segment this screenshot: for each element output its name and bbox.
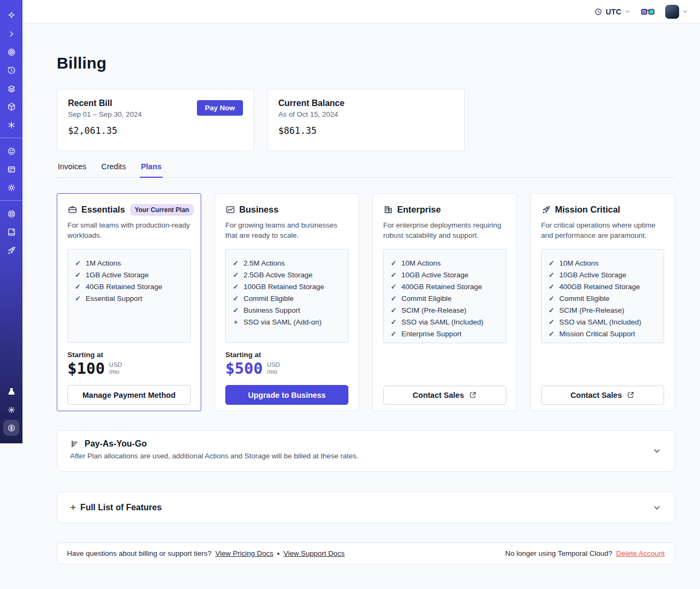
feature-label: 400GB Retained Storage — [559, 281, 640, 293]
avatar — [665, 5, 679, 19]
smiley-icon[interactable] — [0, 142, 22, 160]
summary-cards: Recent Bill Sep 01 – Sep 30, 2024 $2,061… — [57, 89, 675, 151]
feature-label: 2.5M Actions — [244, 258, 285, 269]
check-icon: ✓ — [232, 258, 239, 269]
external-link-icon — [627, 391, 635, 399]
sidebar — [0, 0, 22, 443]
paygo-title: Pay-As-You-Go — [85, 439, 147, 449]
price-block: Starting at $100 USD/mo — [67, 343, 191, 385]
pay-now-button[interactable]: Pay Now — [197, 100, 243, 116]
plan-name: Business — [239, 205, 278, 215]
view-support-docs-link[interactable]: View Support Docs — [283, 549, 345, 557]
check-icon: ✓ — [232, 281, 239, 293]
timer-icon[interactable] — [0, 61, 22, 79]
timezone-label: UTC — [606, 7, 621, 16]
price-block-empty — [541, 343, 664, 386]
check-icon: ✓ — [74, 293, 81, 305]
lifebuoy-icon[interactable] — [0, 205, 22, 223]
feature-list: ✓2.5M Actions ✓2.5GB Active Storage ✓100… — [225, 249, 348, 343]
feature-label: Enterprise Support — [401, 328, 462, 340]
browser-card-icon[interactable] — [0, 160, 22, 178]
tab-credits[interactable]: Credits — [100, 162, 127, 177]
sun-icon[interactable] — [0, 401, 22, 419]
full-features-title: Full List of Features — [80, 503, 162, 512]
timezone-selector[interactable]: UTC — [594, 7, 630, 16]
check-icon: ✓ — [390, 269, 397, 281]
flask-icon[interactable] — [0, 382, 22, 401]
cube-icon[interactable] — [0, 97, 22, 116]
plan-description: For critical operations where uptime and… — [541, 220, 664, 241]
temporal-logo-icon[interactable] — [0, 6, 22, 25]
plan-cards: Essentials Your Current Plan For small t… — [57, 193, 675, 411]
feature-row: +SSO via SAML (Add-on) — [232, 316, 341, 328]
check-icon: ✓ — [548, 293, 555, 305]
feature-label: Business Support — [244, 305, 300, 316]
feature-row: ✓100GB Retained Storage — [232, 281, 341, 293]
feature-label: 10GB Active Storage — [559, 269, 626, 281]
paygo-accordion[interactable]: Pay-As-You-Go After Plan allocations are… — [57, 430, 675, 472]
full-features-accordion[interactable]: + Full List of Features — [57, 492, 675, 523]
feature-row: ✓SCIM (Pre-Release) — [390, 305, 499, 316]
rocket-icon[interactable] — [0, 241, 22, 259]
price-amount: $100 — [67, 360, 105, 377]
check-icon: ✓ — [232, 305, 239, 316]
cta-label: Manage Payment Method — [82, 391, 176, 399]
check-icon: ✓ — [74, 258, 81, 269]
feature-label: Essential Support — [86, 293, 142, 305]
expand-sidebar-icon[interactable] — [0, 25, 22, 43]
check-icon: ✓ — [74, 269, 81, 281]
billing-tabs: Invoices Credits Plans — [57, 162, 675, 178]
price-label: Starting at — [67, 351, 191, 359]
rocket-icon — [541, 205, 551, 215]
upgrade-business-button[interactable]: Upgrade to Business — [225, 385, 348, 405]
feature-row: ✓1M Actions — [74, 258, 184, 269]
chevron-down-icon — [625, 9, 630, 14]
feature-row: ✓Commit Eligible — [548, 293, 657, 305]
feature-row: ✓10GB Active Storage — [548, 269, 657, 281]
delete-account-link[interactable]: Delete Account — [616, 549, 665, 557]
check-icon: ✓ — [232, 269, 239, 281]
feature-row: ✓10GB Active Storage — [390, 269, 499, 281]
feature-row: ✓Commit Eligible — [390, 293, 499, 305]
briefcase-icon — [67, 205, 78, 215]
feature-label: Commit Eligible — [401, 293, 452, 305]
feature-row: ✓40GB Retained Storage — [74, 281, 184, 293]
price-per: /mo — [109, 368, 122, 375]
asterisk-icon[interactable] — [0, 116, 22, 134]
current-plan-badge: Your Current Plan — [130, 204, 194, 216]
chevron-down-icon[interactable] — [652, 447, 661, 456]
user-menu[interactable] — [665, 5, 688, 19]
feature-label: 10M Actions — [401, 258, 441, 269]
check-icon: ✓ — [390, 281, 397, 293]
tab-plans[interactable]: Plans — [140, 162, 163, 177]
feature-label: 10M Actions — [559, 258, 599, 269]
price-block-empty — [383, 343, 506, 386]
check-icon: ✓ — [232, 293, 239, 305]
paygo-subtitle: After Plan allocations are used, additio… — [70, 452, 661, 460]
billing-coin-icon[interactable] — [0, 419, 22, 437]
feature-label: SSO via SAML (Included) — [401, 316, 483, 328]
layers-icon[interactable] — [0, 79, 22, 97]
feature-label: 1GB Active Storage — [86, 269, 149, 281]
price-block: Starting at $500 USD/mo — [225, 343, 348, 385]
plus-icon: + — [70, 502, 76, 514]
check-icon: ✓ — [390, 316, 397, 328]
feature-row: ✓1GB Active Storage — [74, 269, 184, 281]
feature-label: SCIM (Pre-Release) — [559, 305, 625, 316]
namespaces-spiral-icon[interactable] — [0, 43, 22, 61]
contact-sales-button[interactable]: Contact Sales — [383, 386, 506, 405]
tab-invoices[interactable]: Invoices — [57, 162, 87, 177]
feature-label: 1M Actions — [86, 258, 121, 269]
manage-payment-button[interactable]: Manage Payment Method — [67, 385, 191, 405]
glasses-icon[interactable] — [641, 8, 655, 16]
contact-sales-button[interactable]: Contact Sales — [541, 386, 664, 405]
view-pricing-docs-link[interactable]: View Pricing Docs — [215, 549, 273, 557]
cta-label: Contact Sales — [570, 391, 622, 399]
docs-book-icon[interactable] — [0, 223, 22, 241]
plan-card-business: Business For growing teams and businesse… — [215, 193, 359, 411]
current-balance-amount: $861.35 — [278, 125, 453, 136]
chevron-down-icon[interactable] — [652, 503, 661, 512]
gear-icon[interactable] — [0, 178, 22, 197]
price-per: /mo — [267, 368, 280, 375]
price-currency: USD — [267, 361, 280, 368]
